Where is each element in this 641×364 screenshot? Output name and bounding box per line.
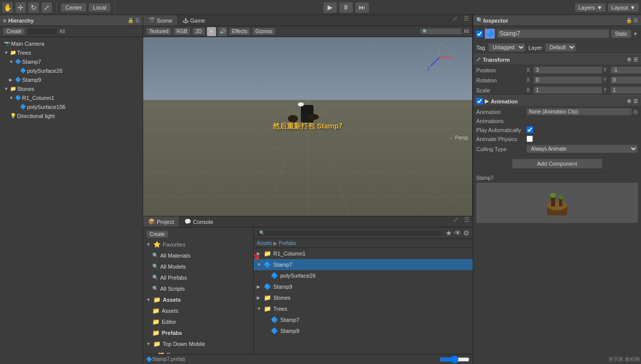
rgb-dropdown[interactable]: RGB <box>173 28 190 35</box>
gizmos-dropdown[interactable]: Gizmos <box>252 28 275 35</box>
lighting-icon[interactable]: ☀ <box>207 27 216 36</box>
rotation-y-input[interactable] <box>610 76 641 84</box>
project-menu-icon[interactable]: ☰ <box>461 216 473 227</box>
list-item[interactable]: ▼ 📁 Trees <box>254 303 473 314</box>
center-button[interactable]: Center <box>61 3 86 12</box>
hierarchy-item-label: Stones <box>17 85 34 93</box>
transform-component-header[interactable]: ⤢ Transform ⚙ ☰ <box>473 54 641 65</box>
object-name-input[interactable] <box>497 29 609 38</box>
list-item[interactable]: 🔷 Stamp9 <box>254 325 473 336</box>
hierarchy-lock-icon[interactable]: 🔒 <box>128 18 134 23</box>
pause-button[interactable]: ⏸ <box>339 2 353 13</box>
hierarchy-search-input[interactable] <box>27 28 57 35</box>
object-active-checkbox[interactable] <box>476 31 483 37</box>
list-item[interactable]: ▶ 🔷 Stamp9 <box>0 75 143 84</box>
scene-search-input[interactable] <box>429 29 459 34</box>
list-item[interactable]: 📷 Main Camera <box>0 39 143 48</box>
tab-console[interactable]: 💬 Console <box>179 216 219 227</box>
rotate-tool-icon[interactable]: ↻ <box>28 2 39 13</box>
layers-dropdown[interactable]: Layers ▼ <box>575 3 606 12</box>
play-auto-checkbox[interactable] <box>526 127 533 133</box>
textured-dropdown[interactable]: Textured <box>146 28 171 35</box>
animation-menu-icon[interactable]: ☰ <box>633 98 638 104</box>
hand-tool-icon[interactable]: ✋ <box>2 2 13 13</box>
transform-menu-icon[interactable]: ☰ <box>633 57 638 62</box>
layout-dropdown[interactable]: Layout ▼ <box>608 3 639 12</box>
tab-project[interactable]: 📦 Project <box>143 216 179 227</box>
add-component-button[interactable]: Add Component <box>512 159 602 169</box>
star-icon[interactable]: ★ <box>446 229 452 237</box>
scene-view[interactable]: Y X Z ← Persp 然后重新打包 Stamp7 <box>143 37 472 216</box>
list-item[interactable]: ▶ 📁 Stones <box>254 292 473 303</box>
position-x-input[interactable] <box>533 66 602 74</box>
tab-game[interactable]: 🕹 Game <box>178 15 210 26</box>
local-button[interactable]: Local <box>88 3 111 12</box>
tab-scene[interactable]: 🎬 Scene <box>143 15 178 26</box>
maximize-button[interactable]: ⤢ <box>450 15 461 26</box>
list-item[interactable]: 🔷 polySurface106 <box>0 102 143 111</box>
list-item[interactable]: ▶ 🔷 Stamp9 <box>254 281 473 292</box>
play-button[interactable]: ▶ <box>323 2 337 13</box>
list-item[interactable]: ▶ 📁 R1_Column1 <box>254 248 473 259</box>
list-item[interactable]: 📁 Editor <box>143 316 253 327</box>
list-item[interactable]: 🔍 All Prefabs <box>143 272 253 283</box>
culling-label: Culling Type <box>476 146 526 152</box>
inspector-menu-icon[interactable]: ☰ <box>633 18 638 23</box>
list-item[interactable]: 📁 Assets <box>143 305 253 316</box>
list-item[interactable]: ▼ 🔷 Stamp7 ➔ <box>254 259 473 270</box>
list-item[interactable]: ▼ 📁 Trees <box>0 48 143 57</box>
animation-clip-input[interactable] <box>526 108 632 115</box>
settings-icon[interactable]: ⚙ <box>463 229 470 237</box>
scale-tool-icon[interactable]: ⤢ <box>41 2 52 13</box>
breadcrumb-prefabs[interactable]: Prefabs <box>279 240 296 246</box>
step-button[interactable]: ⏭ <box>355 2 369 13</box>
asset-item-label: Stamp7 <box>280 315 299 324</box>
list-item[interactable]: 📁 Prefabs <box>143 327 253 338</box>
zoom-slider[interactable] <box>440 355 470 363</box>
list-item[interactable]: 🔷 polySurface26 <box>0 66 143 75</box>
list-item[interactable]: ▼ 📁 Ruins <box>143 349 253 354</box>
static-chevron-icon[interactable]: ▼ <box>633 31 638 37</box>
scene-menu-icon[interactable]: ☰ <box>461 15 472 26</box>
list-item[interactable]: 🔷 polySurface26 <box>254 270 473 281</box>
inspector-lock-icon[interactable]: 🔒 <box>626 18 632 23</box>
animation-settings-icon[interactable]: ⚙ <box>627 98 631 104</box>
hierarchy-menu-icon[interactable]: ☰ <box>135 18 140 23</box>
project-create-button[interactable]: Create <box>146 230 168 238</box>
search-icon: 🔍 <box>152 273 158 282</box>
project-maximize-button[interactable]: ⤢ <box>450 216 461 227</box>
hierarchy-create-button[interactable]: Create <box>3 28 25 35</box>
animation-pick-icon[interactable]: ⊙ <box>633 108 638 115</box>
scale-y-input[interactable] <box>610 86 641 94</box>
list-item[interactable]: ▼ 📁 Assets <box>143 294 253 305</box>
tag-dropdown[interactable]: Untagged <box>488 43 525 52</box>
audio-icon[interactable]: 🔊 <box>218 27 227 36</box>
animation-active-checkbox[interactable] <box>476 98 483 104</box>
eye-icon[interactable]: 👁 <box>454 229 461 237</box>
culling-dropdown[interactable]: Always Animate <box>526 145 638 153</box>
position-y-input[interactable] <box>610 66 641 74</box>
rotation-x-input[interactable] <box>533 76 602 84</box>
2d-toggle[interactable]: 2D <box>192 28 205 35</box>
list-item[interactable]: 🔍 All Models <box>143 261 253 272</box>
list-item[interactable]: 🔍 All Scripts <box>143 283 253 294</box>
effects-dropdown[interactable]: Effects <box>229 28 250 35</box>
project-search-input[interactable] <box>266 230 441 236</box>
animation-component-header[interactable]: ▶ Animation ⚙ ☰ <box>473 95 641 107</box>
list-item[interactable]: 🔷 Stamp7 <box>254 314 473 325</box>
breadcrumb-assets[interactable]: Assets <box>257 240 272 246</box>
move-tool-icon[interactable]: ✛ <box>15 2 26 13</box>
search-icon: 🔍 <box>152 251 158 260</box>
list-item[interactable]: ▼ ⭐ Favorites <box>143 239 253 250</box>
list-item[interactable]: 💡 Directional light <box>0 111 143 120</box>
list-item[interactable]: ▼ 📁 Top Down Mobile <box>143 338 253 349</box>
animate-phys-checkbox[interactable] <box>526 136 533 142</box>
list-item[interactable]: ▼ 📁 Stones <box>0 84 143 93</box>
transform-settings-icon[interactable]: ⚙ <box>627 57 631 62</box>
list-item[interactable]: 🔍 All Materials <box>143 250 253 261</box>
layer-dropdown[interactable]: Default <box>545 43 576 52</box>
animation-header-icons: ⚙ ☰ <box>627 98 638 104</box>
scale-x-input[interactable] <box>533 86 602 94</box>
list-item[interactable]: ▼ 🔷 Stamp7 <box>0 57 143 66</box>
list-item[interactable]: ▼ 🔷 R1_Column1 <box>0 93 143 102</box>
